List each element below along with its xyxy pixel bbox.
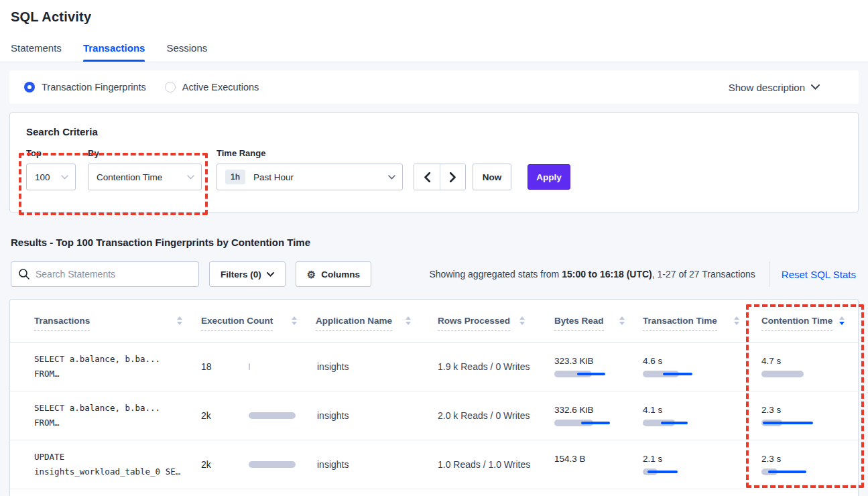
chevron-down-icon [187,175,194,180]
time-range-label: Time Range [216,148,403,158]
execution-count-cell: 2k [201,459,316,470]
column-header-transaction-time: Transaction Time [634,300,751,342]
chevron-down-icon [811,84,820,90]
next-time-button[interactable] [440,164,465,190]
columns-label: Columns [321,269,360,280]
radio-transaction-fingerprints[interactable]: Transaction Fingerprints [24,82,146,92]
table-header-row: Transactions Execution Count Application… [10,300,858,343]
transactions-table: Transactions Execution Count Application… [9,299,859,496]
tab-sessions[interactable]: Sessions [166,42,207,62]
sort-icon[interactable] [839,316,845,325]
search-criteria-panel: Search Criteria Top 100 By Contention Ti… [9,112,859,212]
rows-processed-cell: 1.9 k Reads / 0 Writes [430,361,544,372]
time-range-value: Past Hour [253,172,294,182]
gear-icon: ⚙ [307,269,316,280]
columns-button[interactable]: ⚙ Columns [296,261,371,287]
sort-icon[interactable] [519,316,525,325]
toolbar-divider [769,261,769,287]
search-statements-box [11,261,199,287]
chevron-right-icon [450,172,456,182]
transaction-time-cell: 2.1 s [634,454,751,475]
column-header-transactions: Transactions [34,300,201,342]
by-label: By [88,148,202,158]
rows-processed-cell: 2.0 k Reads / 0 Writes [430,410,544,421]
now-button[interactable]: Now [473,164,511,190]
filters-label: Filters (0) [221,269,261,280]
transaction-time-cell: 4.1 s [634,405,751,426]
execution-count-cell: 18 [201,361,316,372]
reset-sql-stats-link[interactable]: Reset SQL Stats [782,269,856,280]
by-select-value: Contention Time [97,172,162,182]
tab-transactions[interactable]: Transactions [83,42,145,62]
application-name-cell: insights [316,410,430,421]
time-nav-group [414,164,466,190]
transaction-time-bar [643,469,710,475]
tab-bar: Statements Transactions Sessions [11,42,857,62]
transaction-time-cell: 4.6 s [634,356,751,377]
bytes-read-cell: 332.6 KiB [544,405,634,426]
search-icon [18,268,30,280]
apply-button[interactable]: Apply [528,164,570,190]
page-title: SQL Activity [11,9,857,25]
column-header-execution-count: Execution Count [201,300,316,342]
contention-time-bar [761,371,828,377]
aggregated-stats-text: Showing aggregated stats from 15:00 to 1… [429,269,755,280]
time-range-badge: 1h [225,170,245,184]
show-description-label: Show description [729,82,805,93]
top-label: Top [26,148,76,158]
column-header-bytes-read: Bytes Read [544,300,634,342]
column-header-contention-time: Contention Time [751,300,850,342]
radio-label: Transaction Fingerprints [42,82,146,92]
application-name-cell: insights [316,459,430,470]
by-select[interactable]: Contention Time [88,164,202,190]
radio-label: Active Executions [182,82,259,92]
bytes-read-cell: 154.3 B [544,454,634,475]
sort-icon[interactable] [292,316,297,325]
transaction-fingerprint[interactable]: UPDATEinsights_workload_table_0 SE… [34,450,201,479]
contention-time-cell: 2.3 s [751,405,850,426]
transaction-time-bar [643,371,710,377]
search-statements-input[interactable] [11,261,199,287]
bytes-read-cell: 323.3 KiB [544,356,634,377]
contention-time-cell: 2.3 s [751,454,850,475]
sql-activity-page: SQL Activity Statements Transactions Ses… [0,0,868,496]
chevron-down-icon [388,175,395,180]
contention-time-cell: 4.7 s [751,356,850,377]
bytes-read-bar [554,371,621,377]
sort-icon[interactable] [619,316,625,325]
table-row[interactable]: SELECT a.balance, b.ba...FROM… 2k insigh… [10,391,858,440]
filters-button[interactable]: Filters (0) [209,261,286,287]
show-description-toggle[interactable]: Show description [729,82,820,93]
time-range-select[interactable]: 1h Past Hour [216,164,403,190]
column-header-rows-processed: Rows Processed [430,300,544,342]
execution-count-cell: 2k [201,410,316,421]
execution-count-bar [249,412,316,419]
page-header: SQL Activity Statements Transactions Ses… [0,0,868,62]
results-toolbar: Filters (0) ⚙ Columns Showing aggregated… [11,261,859,287]
contention-time-bar [761,469,828,475]
time-range-field: Time Range 1h Past Hour [216,148,403,190]
execution-count-bar [249,363,316,370]
chevron-left-icon [424,172,430,182]
transaction-fingerprint[interactable]: SELECT a.balance, b.ba...FROM… [34,401,201,430]
application-name-cell: insights [316,361,430,372]
radio-active-executions[interactable]: Active Executions [165,82,259,92]
transaction-fingerprint[interactable]: SELECT a.balance, b.ba...FROM… [34,352,201,381]
sort-icon[interactable] [734,316,739,325]
top-select[interactable]: 100 [26,164,76,190]
results-heading: Results - Top 100 Transaction Fingerprin… [11,237,857,248]
table-row[interactable]: UPDATEinsights_workload_table_0 SE… 2k i… [10,440,858,489]
view-toggle-bar: Transaction Fingerprints Active Executio… [9,70,859,104]
previous-time-button[interactable] [414,164,440,190]
top-field: Top 100 [26,148,76,190]
sort-icon[interactable] [406,316,411,325]
top-select-value: 100 [35,172,50,182]
search-criteria-controls: Top 100 By Contention Time Time Range 1h… [26,148,842,190]
rows-processed-cell: 1.0 Reads / 1.0 Writes [430,459,544,470]
table-row[interactable]: SELECT a.balance, b.ba...FROM… 18 insigh… [10,343,858,391]
chevron-down-icon [267,272,274,277]
column-header-application-name: Application Name [316,300,430,342]
tab-statements[interactable]: Statements [11,42,62,62]
chevron-down-icon [61,175,68,180]
sort-icon[interactable] [177,316,182,325]
